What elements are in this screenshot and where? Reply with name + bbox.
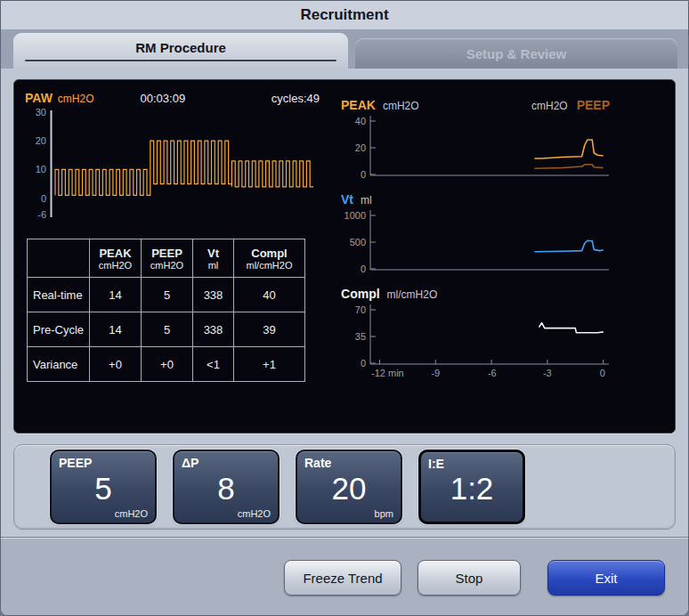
table-value: +1 [234,347,305,382]
paw-ytick: 0 [41,193,46,204]
paw-unit: cmH2O [58,93,94,105]
table-value: 39 [234,312,305,347]
tab-setup-review-label: Setup & Review [466,46,567,61]
trend-vt-header: Vt ml [341,192,612,207]
freeze-trend-button[interactable]: Freeze Trend [284,560,401,596]
bottom-button-bar: Freeze Trend Stop Exit [1,539,688,615]
recruitment-screen: Recruitment RM Procedure Setup & Review … [0,0,689,616]
xtick: -3 [543,368,552,378]
param-unit: cmH2O [238,508,271,519]
row-label: Real-time [28,278,90,312]
title-bar: Recruitment [1,1,688,29]
ytick: 0 [361,169,366,180]
tab-rm-procedure-label: RM Procedure [135,40,226,55]
table-row-variance: Variance +0 +0 <1 +1 [28,347,305,382]
table-value: 338 [193,312,234,347]
param-value: 5 [94,471,111,507]
content-panel: PAW cmH2O 00:03:09 cycles:49 30 20 10 0 … [1,69,688,537]
param-delta-p-button[interactable]: ΔP 8 cmH2O [173,450,280,524]
trend-peep-unit: cmH2O [531,100,568,112]
paw-label: PAW [25,91,53,105]
ytick: 20 [355,142,366,153]
ytick: 0 [361,358,366,369]
table-header-peep: PEEP cmH2O [142,239,193,278]
tab-setup-review[interactable]: Setup & Review [355,38,677,69]
paw-section: PAW cmH2O 00:03:09 cycles:49 30 20 10 0 … [25,89,327,424]
exit-button[interactable]: Exit [547,560,665,596]
xtick: 0 [600,368,605,378]
xtick: -6 [488,368,497,378]
paw-ytick: 30 [36,107,46,118]
xtick: -12 min [371,368,404,378]
table-value: +0 [90,347,142,382]
table-value: +0 [142,347,193,382]
trend-compl-header: Compl ml/cmH2O [341,287,612,301]
trend-vt-label: Vt [341,192,353,207]
paw-waveform-svg [50,110,317,217]
stop-button[interactable]: Stop [417,560,521,596]
table-value: 40 [234,278,305,312]
paw-ytick: 20 [36,135,46,146]
elapsed-time: 00:03:09 [141,92,186,105]
trend-x-axis-labels: -12 min -9 -6 -3 0 [369,368,610,380]
param-label: PEEP [59,456,92,470]
param-ie-button[interactable]: I:E 1:2 [418,450,525,524]
table-header-compl: Compl ml/cmH2O [234,239,305,278]
param-unit: cmH2O [115,508,148,519]
table-row-realtime: Real-time 14 5 338 40 [28,278,305,312]
trend-peak-unit: cmH2O [383,100,419,112]
table-value: <1 [193,347,234,382]
ytick: 500 [350,237,366,247]
trend-compl-chart [369,304,610,365]
row-label: Pre-Cycle [28,312,90,347]
table-corner-cell [28,239,90,278]
table-header-row: PEAK cmH2O PEEP cmH2O Vt ml Compl [28,239,305,278]
trend-peak-y-labels: 40 20 0 [339,116,369,176]
page-title: Recruitment [300,6,388,24]
table-value: 5 [142,312,193,347]
table-row-precycle: Pre-Cycle 14 5 338 39 [28,312,305,347]
table-value: 338 [193,278,234,312]
param-peep-button[interactable]: PEEP 5 cmH2O [50,450,157,524]
cycles-count: cycles:49 [272,92,320,105]
table-header-vt: Vt ml [193,239,234,278]
trend-peak-label: PEAK [341,98,376,112]
trend-peak-header: PEAK cmH2O cmH2O PEEP [341,98,612,112]
row-label: Variance [28,347,90,382]
param-value: 20 [332,471,367,507]
param-label: Rate [304,456,331,470]
param-value: 1:2 [450,471,494,507]
trend-peak-plot: 40 20 0 [339,116,664,176]
trend-peak-chart [369,116,610,176]
param-unit: bpm [375,508,393,519]
trend-compl-plot: 70 35 0 [339,304,664,365]
active-tab-underline [25,60,336,61]
trends-section: PEAK cmH2O cmH2O PEEP 40 20 0 [339,89,664,424]
trend-peep-label: PEEP [577,98,610,112]
paw-chart: 30 20 10 0 -6 [25,110,327,217]
tab-bar: RM Procedure Setup & Review [1,29,688,69]
paw-ytick: -6 [37,209,46,220]
paw-y-axis-labels: 30 20 10 0 -6 [25,110,50,217]
trend-compl-y-labels: 70 35 0 [339,304,369,365]
table-value: 14 [90,312,142,347]
trend-vt-chart [369,210,610,271]
results-table: PEAK cmH2O PEEP cmH2O Vt ml Compl [27,239,305,382]
ytick: 1000 [344,210,366,221]
ytick: 35 [355,331,366,342]
ytick: 40 [355,116,366,126]
param-label: ΔP [182,456,199,470]
trend-vt-unit: ml [361,194,372,207]
table-header-peak: PEAK cmH2O [90,239,142,278]
trend-compl-unit: ml/cmH2O [387,288,438,301]
param-value: 8 [217,471,234,507]
paw-ytick: 10 [36,164,46,174]
param-rate-button[interactable]: Rate 20 bpm [296,450,402,524]
xtick: -9 [431,368,440,378]
table-value: 14 [90,278,142,312]
trend-compl-label: Compl [341,287,380,301]
tab-rm-procedure[interactable]: RM Procedure [13,33,348,69]
ytick: 0 [361,263,366,274]
monitor-display: PAW cmH2O 00:03:09 cycles:49 30 20 10 0 … [13,79,676,434]
paw-header: PAW cmH2O 00:03:09 cycles:49 [25,91,327,105]
